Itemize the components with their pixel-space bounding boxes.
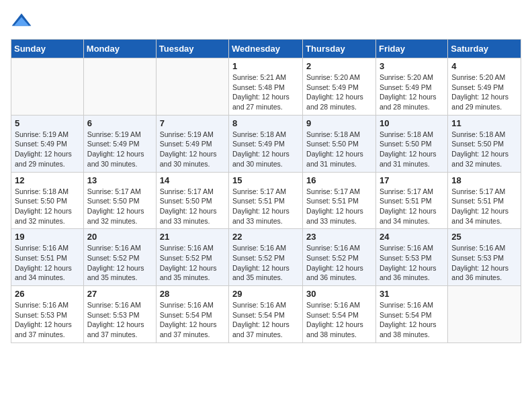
calendar-cell: 21Sunrise: 5:16 AM Sunset: 5:52 PM Dayli…: [156, 229, 228, 286]
day-number: 11: [451, 118, 517, 128]
day-info: Sunrise: 5:16 AM Sunset: 5:53 PM Dayligh…: [15, 300, 80, 340]
day-number: 12: [15, 175, 80, 185]
day-number: 1: [232, 61, 299, 71]
calendar-cell: 13Sunrise: 5:17 AM Sunset: 5:50 PM Dayli…: [83, 172, 156, 229]
day-info: Sunrise: 5:17 AM Sunset: 5:51 PM Dayligh…: [306, 187, 372, 226]
day-info: Sunrise: 5:16 AM Sunset: 5:51 PM Dayligh…: [15, 243, 80, 283]
day-info: Sunrise: 5:16 AM Sunset: 5:53 PM Dayligh…: [380, 243, 444, 283]
logo-icon: [11, 11, 32, 32]
day-info: Sunrise: 5:16 AM Sunset: 5:54 PM Dayligh…: [232, 300, 299, 340]
day-info: Sunrise: 5:16 AM Sunset: 5:54 PM Dayligh…: [160, 300, 225, 340]
calendar-cell: 24Sunrise: 5:16 AM Sunset: 5:53 PM Dayli…: [375, 229, 447, 286]
day-info: Sunrise: 5:19 AM Sunset: 5:49 PM Dayligh…: [15, 130, 80, 169]
day-number: 6: [87, 118, 152, 128]
day-info: Sunrise: 5:19 AM Sunset: 5:49 PM Dayligh…: [87, 130, 152, 169]
day-info: Sunrise: 5:18 AM Sunset: 5:49 PM Dayligh…: [232, 130, 299, 169]
calendar-cell: 11Sunrise: 5:18 AM Sunset: 5:50 PM Dayli…: [448, 115, 521, 172]
day-number: 14: [160, 175, 225, 185]
calendar-cell: 15Sunrise: 5:17 AM Sunset: 5:51 PM Dayli…: [229, 172, 303, 229]
calendar-table: SundayMondayTuesdayWednesdayThursdayFrid…: [11, 39, 521, 343]
calendar-cell: 28Sunrise: 5:16 AM Sunset: 5:54 PM Dayli…: [156, 286, 228, 343]
day-info: Sunrise: 5:17 AM Sunset: 5:51 PM Dayligh…: [451, 187, 517, 226]
calendar-header-thursday: Thursday: [303, 40, 376, 58]
calendar-cell: 29Sunrise: 5:16 AM Sunset: 5:54 PM Dayli…: [229, 286, 303, 343]
day-number: 26: [15, 289, 80, 299]
calendar-header-saturday: Saturday: [448, 40, 521, 58]
calendar-cell: 17Sunrise: 5:17 AM Sunset: 5:51 PM Dayli…: [375, 172, 447, 229]
calendar-cell: 9Sunrise: 5:18 AM Sunset: 5:50 PM Daylig…: [303, 115, 376, 172]
calendar-cell: 7Sunrise: 5:19 AM Sunset: 5:49 PM Daylig…: [156, 115, 228, 172]
day-number: 8: [232, 118, 299, 128]
calendar-cell: 1Sunrise: 5:21 AM Sunset: 5:48 PM Daylig…: [229, 58, 303, 116]
day-info: Sunrise: 5:18 AM Sunset: 5:50 PM Dayligh…: [15, 187, 80, 226]
calendar-cell: 22Sunrise: 5:16 AM Sunset: 5:52 PM Dayli…: [229, 229, 303, 286]
day-number: 7: [160, 118, 225, 128]
calendar-week-2: 5Sunrise: 5:19 AM Sunset: 5:49 PM Daylig…: [11, 115, 521, 172]
calendar-cell: [156, 58, 228, 116]
day-number: 25: [451, 232, 517, 242]
calendar-cell: [448, 286, 521, 343]
day-number: 20: [87, 232, 152, 242]
day-number: 18: [451, 175, 517, 185]
day-number: 21: [160, 232, 225, 242]
logo: [11, 11, 35, 32]
day-info: Sunrise: 5:19 AM Sunset: 5:49 PM Dayligh…: [160, 130, 225, 169]
calendar-cell: 12Sunrise: 5:18 AM Sunset: 5:50 PM Dayli…: [11, 172, 84, 229]
calendar-header-tuesday: Tuesday: [156, 40, 228, 58]
day-number: 15: [232, 175, 299, 185]
day-info: Sunrise: 5:16 AM Sunset: 5:52 PM Dayligh…: [232, 243, 299, 283]
calendar-cell: 8Sunrise: 5:18 AM Sunset: 5:49 PM Daylig…: [229, 115, 303, 172]
day-info: Sunrise: 5:18 AM Sunset: 5:50 PM Dayligh…: [306, 130, 372, 169]
day-info: Sunrise: 5:16 AM Sunset: 5:52 PM Dayligh…: [160, 243, 225, 283]
calendar-week-1: 1Sunrise: 5:21 AM Sunset: 5:48 PM Daylig…: [11, 58, 521, 116]
calendar-header-monday: Monday: [83, 40, 156, 58]
day-number: 24: [380, 232, 444, 242]
day-info: Sunrise: 5:16 AM Sunset: 5:53 PM Dayligh…: [87, 300, 152, 340]
day-number: 23: [306, 232, 372, 242]
calendar-header-row: SundayMondayTuesdayWednesdayThursdayFrid…: [11, 40, 521, 58]
day-info: Sunrise: 5:16 AM Sunset: 5:54 PM Dayligh…: [380, 300, 444, 340]
day-info: Sunrise: 5:20 AM Sunset: 5:49 PM Dayligh…: [306, 73, 372, 112]
calendar-cell: 10Sunrise: 5:18 AM Sunset: 5:50 PM Dayli…: [375, 115, 447, 172]
day-info: Sunrise: 5:20 AM Sunset: 5:49 PM Dayligh…: [451, 73, 517, 112]
day-info: Sunrise: 5:17 AM Sunset: 5:50 PM Dayligh…: [87, 187, 152, 226]
calendar-cell: 6Sunrise: 5:19 AM Sunset: 5:49 PM Daylig…: [83, 115, 156, 172]
calendar-week-5: 26Sunrise: 5:16 AM Sunset: 5:53 PM Dayli…: [11, 286, 521, 343]
calendar-cell: 16Sunrise: 5:17 AM Sunset: 5:51 PM Dayli…: [303, 172, 376, 229]
day-info: Sunrise: 5:18 AM Sunset: 5:50 PM Dayligh…: [380, 130, 444, 169]
day-number: 29: [232, 289, 299, 299]
calendar-cell: [83, 58, 156, 116]
day-info: Sunrise: 5:18 AM Sunset: 5:50 PM Dayligh…: [451, 130, 517, 169]
calendar-week-4: 19Sunrise: 5:16 AM Sunset: 5:51 PM Dayli…: [11, 229, 521, 286]
calendar-cell: [11, 58, 84, 116]
day-info: Sunrise: 5:21 AM Sunset: 5:48 PM Dayligh…: [232, 73, 299, 112]
day-number: 4: [451, 61, 517, 71]
calendar-cell: 27Sunrise: 5:16 AM Sunset: 5:53 PM Dayli…: [83, 286, 156, 343]
day-number: 13: [87, 175, 152, 185]
calendar-cell: 25Sunrise: 5:16 AM Sunset: 5:53 PM Dayli…: [448, 229, 521, 286]
calendar-cell: 26Sunrise: 5:16 AM Sunset: 5:53 PM Dayli…: [11, 286, 84, 343]
calendar-week-3: 12Sunrise: 5:18 AM Sunset: 5:50 PM Dayli…: [11, 172, 521, 229]
calendar-header-friday: Friday: [375, 40, 447, 58]
day-number: 2: [306, 61, 372, 71]
day-number: 31: [380, 289, 444, 299]
calendar-cell: 5Sunrise: 5:19 AM Sunset: 5:49 PM Daylig…: [11, 115, 84, 172]
day-number: 19: [15, 232, 80, 242]
calendar-header-wednesday: Wednesday: [229, 40, 303, 58]
day-info: Sunrise: 5:17 AM Sunset: 5:51 PM Dayligh…: [380, 187, 444, 226]
day-info: Sunrise: 5:16 AM Sunset: 5:54 PM Dayligh…: [306, 300, 372, 340]
day-number: 22: [232, 232, 299, 242]
calendar-cell: 4Sunrise: 5:20 AM Sunset: 5:49 PM Daylig…: [448, 58, 521, 116]
day-number: 17: [380, 175, 444, 185]
day-number: 5: [15, 118, 80, 128]
page-header: [11, 11, 521, 32]
day-number: 27: [87, 289, 152, 299]
day-info: Sunrise: 5:20 AM Sunset: 5:49 PM Dayligh…: [380, 73, 444, 112]
calendar-cell: 14Sunrise: 5:17 AM Sunset: 5:50 PM Dayli…: [156, 172, 228, 229]
day-info: Sunrise: 5:16 AM Sunset: 5:53 PM Dayligh…: [451, 243, 517, 283]
calendar-cell: 30Sunrise: 5:16 AM Sunset: 5:54 PM Dayli…: [303, 286, 376, 343]
calendar-cell: 20Sunrise: 5:16 AM Sunset: 5:52 PM Dayli…: [83, 229, 156, 286]
calendar-cell: 31Sunrise: 5:16 AM Sunset: 5:54 PM Dayli…: [375, 286, 447, 343]
day-info: Sunrise: 5:16 AM Sunset: 5:52 PM Dayligh…: [306, 243, 372, 283]
day-number: 9: [306, 118, 372, 128]
